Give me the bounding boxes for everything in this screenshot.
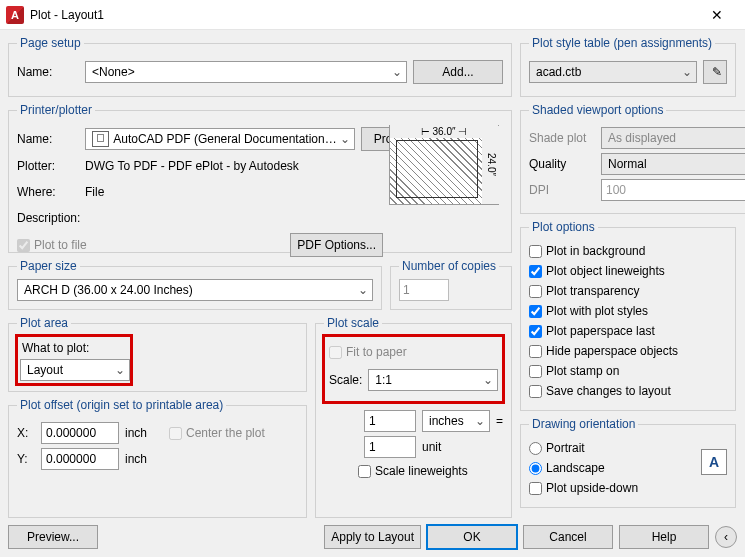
orientation-group: Drawing orientation Portrait Landscape P… [520, 417, 736, 508]
paper-size-select[interactable]: ARCH D (36.00 x 24.00 Inches) ⌄ [17, 279, 373, 301]
plot-offset-group: Plot offset (origin set to printable are… [8, 398, 307, 518]
chevron-down-icon: ⌄ [483, 373, 493, 387]
plot-area-group: Plot area What to plot: Layout ⌄ [8, 316, 307, 392]
where-label: Where: [17, 185, 79, 199]
style-table-select[interactable]: acad.ctb ⌄ [529, 61, 697, 83]
chevron-down-icon: ⌄ [475, 414, 485, 428]
dpi-label: DPI [529, 183, 595, 197]
plot-to-file-label: Plot to file [34, 238, 87, 252]
style-table-legend: Plot style table (pen assignments) [529, 36, 715, 50]
paper-size-value: ARCH D (36.00 x 24.00 Inches) [24, 283, 193, 297]
x-input[interactable] [41, 422, 119, 444]
hide-ps-label: Hide paperspace objects [546, 344, 678, 358]
style-table-value: acad.ctb [536, 65, 581, 79]
plot-to-file-check: Plot to file [17, 236, 87, 254]
x-unit: inch [125, 426, 147, 440]
chevron-down-icon: ⌄ [115, 363, 125, 377]
page-setup-group: Page setup Name: <None> ⌄ Add... [8, 36, 512, 97]
help-button[interactable]: Help [619, 525, 709, 549]
printer-name-label: Name: [17, 132, 79, 146]
where-value: File [85, 185, 104, 199]
preview-button[interactable]: Preview... [8, 525, 98, 549]
quality-label: Quality [529, 157, 595, 171]
save-layout-label: Save changes to layout [546, 384, 671, 398]
plot-options-legend: Plot options [529, 220, 598, 234]
plot-trans-label: Plot transparency [546, 284, 639, 298]
landscape-radio[interactable]: Landscape [529, 459, 727, 477]
portrait-radio[interactable]: Portrait [529, 439, 727, 457]
fit-to-paper-label: Fit to paper [346, 345, 407, 359]
plot-scale-legend: Plot scale [324, 316, 382, 330]
center-plot-check: Center the plot [169, 424, 265, 442]
style-table-group: Plot style table (pen assignments) acad.… [520, 36, 736, 97]
page-setup-name-select[interactable]: <None> ⌄ [85, 61, 407, 83]
plot-scale-group: Plot scale Fit to paper Scale: 1:1 ⌄ [315, 316, 512, 518]
ok-button[interactable]: OK [427, 525, 517, 549]
plot-trans-check[interactable]: Plot transparency [529, 282, 727, 300]
scale-lineweights-label: Scale lineweights [375, 464, 468, 478]
page-setup-name-label: Name: [17, 65, 79, 79]
plotter-value: DWG To PDF - PDF ePlot - by Autodesk [85, 159, 299, 173]
landscape-label: Landscape [546, 461, 605, 475]
collapse-button[interactable]: ‹ [715, 526, 737, 548]
scale-numerator-input[interactable] [364, 410, 416, 432]
scale-select[interactable]: 1:1 ⌄ [368, 369, 498, 391]
chevron-down-icon: ⌄ [682, 65, 692, 79]
plot-ps-last-label: Plot paperspace last [546, 324, 655, 338]
plot-offset-legend: Plot offset (origin set to printable are… [17, 398, 226, 412]
paper-preview: ⊢36.0″⊣ 24.0″ [389, 125, 499, 205]
dpi-input [601, 179, 745, 201]
what-to-plot-select[interactable]: Layout ⌄ [20, 359, 130, 381]
shade-plot-value: As displayed [608, 131, 676, 145]
add-button[interactable]: Add... [413, 60, 503, 84]
plot-bg-check[interactable]: Plot in background [529, 242, 727, 260]
upside-label: Plot upside-down [546, 481, 638, 495]
page-setup-legend: Page setup [17, 36, 84, 50]
close-button[interactable]: ✕ [697, 1, 737, 29]
plot-stamp-check[interactable]: Plot stamp on [529, 362, 727, 380]
pdf-options-button[interactable]: PDF Options... [290, 233, 383, 257]
paper-height: 24.0″ [486, 153, 497, 176]
apply-layout-button[interactable]: Apply to Layout [324, 525, 421, 549]
app-icon: A [6, 6, 24, 24]
printer-name-select[interactable]: AutoCAD PDF (General Documentation).pc3 … [85, 128, 355, 150]
scale-denominator-input[interactable] [364, 436, 416, 458]
fit-to-paper-check: Fit to paper [329, 343, 498, 361]
shaded-group: Shaded viewport options Shade plot As di… [520, 103, 745, 214]
chevron-down-icon: ⌄ [340, 132, 350, 146]
plotter-icon [92, 131, 109, 147]
plot-styles-label: Plot with plot styles [546, 304, 648, 318]
scale-lineweights-check[interactable]: Scale lineweights [358, 462, 503, 480]
chevron-down-icon: ⌄ [358, 283, 368, 297]
upside-check[interactable]: Plot upside-down [529, 479, 727, 497]
paper-width: 36.0″ [432, 126, 455, 137]
portrait-label: Portrait [546, 441, 585, 455]
what-to-plot-label: What to plot: [22, 341, 128, 355]
save-layout-check[interactable]: Save changes to layout [529, 382, 727, 400]
quality-select[interactable]: Normal ⌄ [601, 153, 745, 175]
plot-options-group: Plot options Plot in background Plot obj… [520, 220, 736, 411]
equals-label: = [496, 414, 503, 428]
y-input[interactable] [41, 448, 119, 470]
quality-value: Normal [608, 157, 647, 171]
plotter-label: Plotter: [17, 159, 79, 173]
plot-bg-label: Plot in background [546, 244, 645, 258]
plot-ps-last-check[interactable]: Plot paperspace last [529, 322, 727, 340]
cancel-button[interactable]: Cancel [523, 525, 613, 549]
shade-plot-label: Shade plot [529, 131, 595, 145]
hide-ps-check[interactable]: Hide paperspace objects [529, 342, 727, 360]
plot-lw-check[interactable]: Plot object lineweights [529, 262, 727, 280]
printer-group: Printer/plotter Name: AutoCAD PDF (Gener… [8, 103, 512, 253]
style-table-edit-button[interactable]: ✎ [703, 60, 727, 84]
scale-units-select[interactable]: inches ⌄ [422, 410, 490, 432]
copies-spinner: 1 [399, 279, 449, 301]
scale-units-value: inches [429, 414, 464, 428]
orientation-legend: Drawing orientation [529, 417, 638, 431]
chevron-down-icon: ⌄ [392, 65, 402, 79]
center-plot-label: Center the plot [186, 426, 265, 440]
window-title: Plot - Layout1 [30, 8, 104, 22]
pencil-icon: ✎ [712, 65, 722, 79]
printer-name-value: AutoCAD PDF (General Documentation).pc3 [113, 132, 340, 146]
plot-styles-check[interactable]: Plot with plot styles [529, 302, 727, 320]
unit-label: unit [422, 440, 441, 454]
